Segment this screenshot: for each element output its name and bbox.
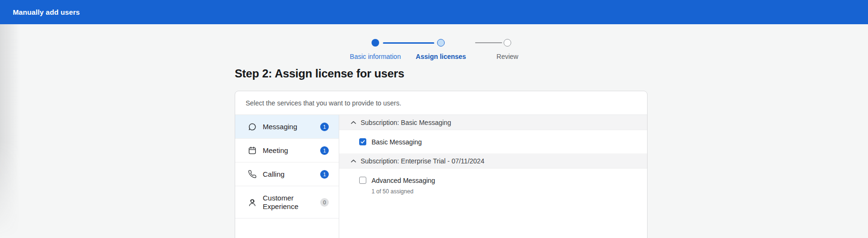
services-sidebar: Messaging 1 Meeting 1	[235, 115, 339, 238]
sidebar-item-customer-experience[interactable]: Customer Experience 0	[235, 186, 339, 219]
wizard-stepper: Basic information Assign licenses Review	[0, 0, 868, 62]
step-dot-review	[504, 39, 511, 47]
sidebar-item-label: Meeting	[263, 146, 320, 155]
headset-icon	[248, 198, 257, 207]
basic-messaging-checkbox[interactable]	[359, 138, 366, 145]
messaging-count-badge: 1	[320, 123, 329, 131]
subscription-header-basic-messaging[interactable]: Subscription: Basic Messaging	[339, 115, 647, 130]
sidebar-item-label: Customer Experience	[263, 194, 320, 211]
license-row-basic-messaging: Basic Messaging	[339, 130, 647, 153]
calling-count-badge: 1	[320, 170, 329, 179]
page-title: Step 2: Assign license for users	[235, 67, 404, 80]
step-dot-basic-information[interactable]	[372, 39, 379, 47]
chat-icon	[248, 122, 257, 132]
phone-icon	[248, 170, 257, 179]
customer-experience-count-badge: 0	[320, 198, 329, 207]
meeting-count-badge: 1	[320, 146, 329, 155]
license-usage-text: 1 of 50 assigned	[339, 188, 647, 200]
sidebar-item-label: Messaging	[263, 123, 320, 131]
step-label-basic-information[interactable]: Basic information	[337, 53, 413, 60]
chevron-up-icon[interactable]	[351, 121, 356, 124]
step-dot-assign-licenses[interactable]	[437, 39, 445, 47]
calendar-icon	[248, 146, 257, 155]
license-label: Advanced Messaging	[372, 177, 435, 184]
card-instruction: Select the services that you want to pro…	[235, 91, 647, 115]
license-card: Select the services that you want to pro…	[235, 91, 648, 238]
step-label-review: Review	[469, 53, 545, 60]
license-panel: Subscription: Basic Messaging Basic Mess…	[339, 115, 647, 238]
sidebar-item-messaging[interactable]: Messaging 1	[235, 115, 339, 139]
sidebar-item-meeting[interactable]: Meeting 1	[235, 139, 339, 162]
license-label: Basic Messaging	[372, 138, 422, 146]
subscription-title: Subscription: Enterprise Trial - 07/11/2…	[361, 157, 484, 165]
sidebar-item-label: Calling	[263, 170, 320, 179]
step-label-assign-licenses[interactable]: Assign licenses	[403, 53, 479, 60]
subscription-title: Subscription: Basic Messaging	[361, 119, 451, 126]
subscription-header-enterprise-trial[interactable]: Subscription: Enterprise Trial - 07/11/2…	[339, 153, 647, 169]
step-connector-1	[383, 42, 434, 44]
chevron-up-icon[interactable]	[351, 159, 356, 163]
card-body: Messaging 1 Meeting 1	[235, 115, 647, 238]
step-connector-2	[475, 42, 502, 43]
advanced-messaging-checkbox[interactable]	[359, 177, 366, 184]
sidebar-item-calling[interactable]: Calling 1	[235, 162, 339, 186]
